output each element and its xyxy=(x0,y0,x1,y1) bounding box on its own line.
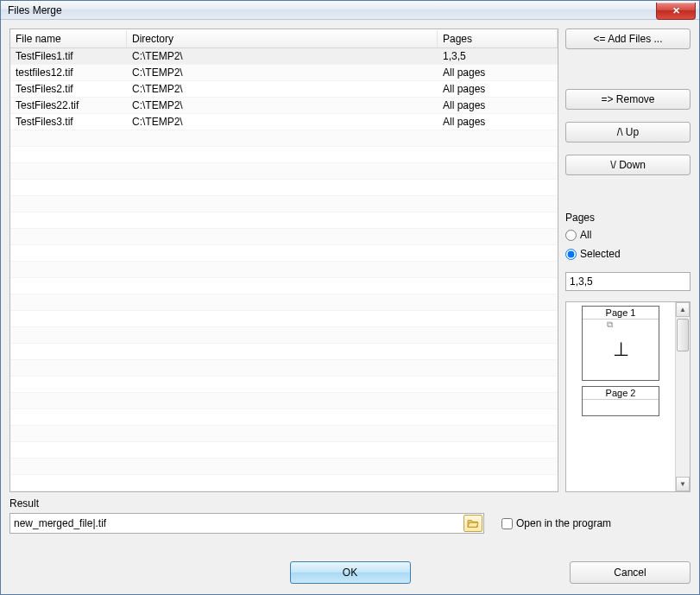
cell-name: TestFiles2.tif xyxy=(10,80,127,98)
cell-name: TestFiles3.tif xyxy=(10,113,127,130)
pages-all-label: All xyxy=(580,229,591,241)
thumb-body: ⧉⊥ xyxy=(583,320,659,380)
table-row[interactable]: testfiles12.tifC:\TEMP2\All pages xyxy=(10,65,558,81)
table-row-empty xyxy=(10,311,558,327)
file-list-body: TestFiles1.tifC:\TEMP2\1,3,5testfiles12.… xyxy=(10,48,558,491)
table-row-empty xyxy=(10,180,558,196)
thumb-label: Page 2 xyxy=(583,387,659,400)
ok-button[interactable]: OK xyxy=(290,561,411,584)
pages-input[interactable] xyxy=(565,272,691,291)
pages-selected-option[interactable]: Selected xyxy=(565,248,691,260)
result-section: Result Open in the program xyxy=(9,497,691,534)
table-row[interactable]: TestFiles22.tifC:\TEMP2\All pages xyxy=(10,98,558,114)
thumb-label: Page 1 xyxy=(583,307,659,320)
folder-open-icon xyxy=(467,518,479,529)
cell-name: TestFiles1.tif xyxy=(10,48,127,65)
table-row[interactable]: TestFiles3.tifC:\TEMP2\All pages xyxy=(10,114,558,130)
page-preview: Page 1⧉⊥Page 2 ▲ ▼ xyxy=(565,301,691,492)
cell-dir: C:\TEMP2\ xyxy=(127,97,438,114)
table-row-empty xyxy=(10,130,558,147)
col-header-dir[interactable]: Directory xyxy=(127,30,438,47)
preview-scroll: Page 1⧉⊥Page 2 xyxy=(566,302,675,491)
table-row-empty xyxy=(10,294,558,311)
close-icon: ✕ xyxy=(672,5,680,16)
open-in-program-option[interactable]: Open in the program xyxy=(501,517,611,529)
pages-selected-label: Selected xyxy=(580,248,621,260)
preview-scrollbar[interactable]: ▲ ▼ xyxy=(675,302,690,491)
table-row-empty xyxy=(10,442,558,459)
add-files-button[interactable]: <= Add Files ... xyxy=(565,28,691,49)
cell-pages: All pages xyxy=(438,80,558,98)
col-header-pages[interactable]: Pages xyxy=(438,30,558,47)
cell-dir: C:\TEMP2\ xyxy=(127,48,438,65)
page-thumbnail[interactable]: Page 2 xyxy=(582,386,659,416)
window-title: Files Merge xyxy=(8,4,62,16)
open-in-program-label: Open in the program xyxy=(516,517,611,529)
table-row-empty xyxy=(10,393,558,409)
pages-group: Pages All Selected xyxy=(565,212,691,291)
thumb-body xyxy=(583,400,659,415)
side-panel: <= Add Files ... => Remove /\ Up \/ Down… xyxy=(565,28,691,492)
cell-pages: 1,3,5 xyxy=(438,48,558,65)
image-icon: ⧉ xyxy=(607,320,613,330)
table-row-empty xyxy=(10,229,558,245)
cell-dir: C:\TEMP2\ xyxy=(127,80,438,98)
upper-area: File name Directory Pages TestFiles1.tif… xyxy=(9,28,691,492)
table-row-empty xyxy=(10,344,558,360)
remove-button[interactable]: => Remove xyxy=(565,89,691,110)
cell-pages: All pages xyxy=(438,64,558,81)
file-list[interactable]: File name Directory Pages TestFiles1.tif… xyxy=(9,28,558,492)
table-row-empty xyxy=(10,475,558,491)
cell-pages: All pages xyxy=(438,97,558,114)
table-row-empty xyxy=(10,278,558,294)
table-row[interactable]: TestFiles2.tifC:\TEMP2\All pages xyxy=(10,81,558,98)
title-bar: Files Merge ✕ xyxy=(1,1,699,20)
cell-name: TestFiles22.tif xyxy=(10,97,127,114)
cell-dir: C:\TEMP2\ xyxy=(127,64,438,81)
cell-dir: C:\TEMP2\ xyxy=(127,113,438,130)
scroll-track[interactable] xyxy=(676,317,690,477)
thumb-glyph: ⊥ xyxy=(613,339,629,361)
table-row-empty xyxy=(10,327,558,344)
result-input-wrap xyxy=(9,513,484,534)
scroll-up-button[interactable]: ▲ xyxy=(676,302,690,317)
page-thumbnail[interactable]: Page 1⧉⊥ xyxy=(582,306,659,381)
table-row-empty xyxy=(10,163,558,180)
table-row-empty xyxy=(10,245,558,262)
table-row[interactable]: TestFiles1.tifC:\TEMP2\1,3,5 xyxy=(10,48,558,65)
down-button[interactable]: \/ Down xyxy=(565,155,691,175)
close-button[interactable]: ✕ xyxy=(656,3,696,20)
pages-label: Pages xyxy=(565,212,691,224)
up-button[interactable]: /\ Up xyxy=(565,122,691,142)
table-row-empty xyxy=(10,409,558,426)
cell-name: testfiles12.tif xyxy=(10,64,127,81)
file-list-header: File name Directory Pages xyxy=(10,29,558,48)
cancel-button[interactable]: Cancel xyxy=(570,561,691,584)
table-row-empty xyxy=(10,360,558,377)
pages-selected-radio[interactable] xyxy=(565,249,577,260)
table-row-empty xyxy=(10,426,558,442)
col-header-name[interactable]: File name xyxy=(10,30,127,47)
scroll-down-button[interactable]: ▼ xyxy=(676,477,690,491)
result-label: Result xyxy=(9,497,691,510)
cell-pages: All pages xyxy=(438,113,558,130)
table-row-empty xyxy=(10,262,558,278)
client-area: File name Directory Pages TestFiles1.tif… xyxy=(1,20,699,594)
open-in-program-checkbox[interactable] xyxy=(501,518,513,529)
pages-all-option[interactable]: All xyxy=(565,229,691,241)
table-row-empty xyxy=(10,147,558,163)
browse-button[interactable] xyxy=(464,515,482,532)
result-input[interactable] xyxy=(9,513,484,534)
pages-all-radio[interactable] xyxy=(565,230,577,241)
table-row-empty xyxy=(10,377,558,393)
dialog-buttons: OK Cancel xyxy=(9,561,691,584)
table-row-empty xyxy=(10,196,558,212)
table-row-empty xyxy=(10,459,558,475)
table-row-empty xyxy=(10,212,558,229)
scroll-thumb[interactable] xyxy=(677,319,689,351)
